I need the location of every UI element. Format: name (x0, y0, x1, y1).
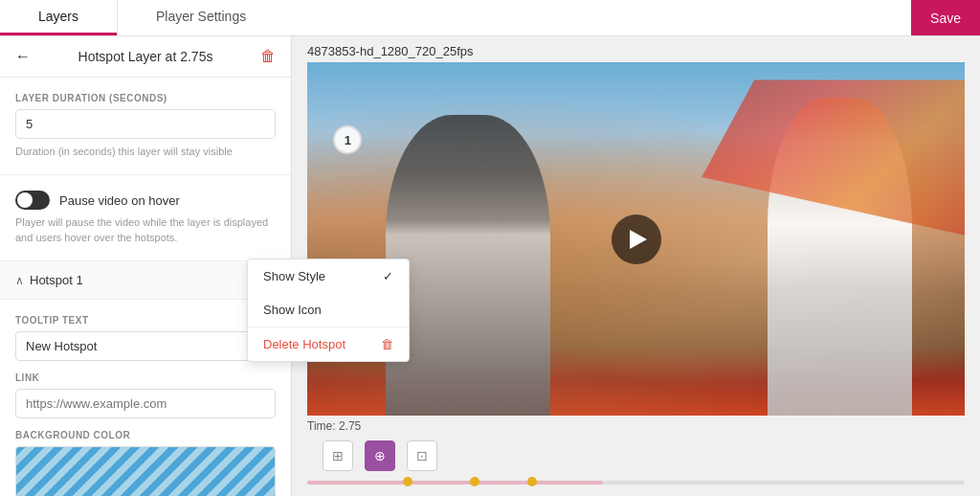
pause-label: Pause video on hover (59, 193, 180, 208)
chevron-up-icon: ∧ (15, 274, 24, 287)
layer-duration-input[interactable] (15, 109, 276, 139)
play-button[interactable] (612, 214, 661, 264)
tooltip-input[interactable] (15, 331, 276, 361)
show-icon-label: Show Icon (263, 303, 322, 317)
frame-icon: ⊡ (416, 448, 428, 463)
toggle-knob (17, 192, 33, 208)
delete-hotspot-icon: 🗑 (381, 337, 393, 351)
timeline: ⊞ ⊕ ⊡ (292, 437, 980, 496)
figure-left (386, 115, 550, 416)
video-title: 4873853-hd_1280_720_25fps (292, 36, 980, 62)
timeline-icons: ⊞ ⊕ ⊡ (307, 440, 965, 471)
timeline-dot-3 (527, 477, 537, 486)
time-bar: Time: 2.75 (292, 416, 980, 437)
hotspot-title-text: Hotspot 1 (30, 273, 83, 287)
timeline-icon-pin[interactable]: ⊕ (365, 440, 395, 471)
panel-title: Hotspot Layer at 2.75s (31, 49, 260, 64)
timeline-dots (307, 484, 965, 486)
hotspot-number: 1 (345, 133, 351, 147)
menu-item-show-icon[interactable]: Show Icon (248, 293, 409, 327)
pin-icon: ⊕ (374, 448, 386, 463)
hotspot-title-row: ∧ Hotspot 1 (15, 273, 83, 287)
timeline-dot-2 (470, 477, 479, 486)
progress-area (307, 475, 965, 488)
layer-duration-section: LAYER DURATION (SECONDS) Duration (in se… (0, 78, 291, 175)
pause-helper-text: Player will pause the video while the la… (15, 215, 276, 245)
pause-section: Pause video on hover Player will pause t… (0, 175, 291, 261)
link-label: LINK (15, 372, 276, 383)
bg-color-swatch[interactable] (15, 446, 276, 496)
show-style-label: Show Style (263, 269, 325, 283)
tab-layers[interactable]: Layers (0, 0, 117, 35)
main-area: ← Hotspot Layer at 2.75s 🗑 LAYER DURATIO… (0, 36, 980, 496)
duration-helper-text: Duration (in seconds) this layer will st… (15, 145, 276, 159)
check-icon: ✓ (383, 269, 393, 283)
tab-player-settings[interactable]: Player Settings (118, 0, 284, 35)
menu-item-show-style[interactable]: Show Style ✓ (248, 259, 409, 293)
image-icon: ⊞ (332, 448, 344, 463)
pause-toggle-row: Pause video on hover (15, 191, 276, 210)
time-label: Time: 2.75 (307, 419, 361, 433)
back-button[interactable]: ← (15, 48, 31, 65)
bg-color-label: BACKGROUND COLOR (15, 430, 276, 440)
save-button[interactable]: Save (911, 0, 980, 35)
delete-layer-button[interactable]: 🗑 (260, 48, 276, 65)
tab-layers-label: Layers (38, 9, 78, 24)
link-input[interactable] (15, 389, 276, 418)
timeline-dot-1 (403, 477, 412, 486)
pause-toggle[interactable] (15, 191, 50, 210)
tab-player-settings-label: Player Settings (156, 9, 246, 24)
timeline-icon-image[interactable]: ⊞ (323, 440, 353, 471)
play-triangle-icon (630, 230, 647, 249)
video-container: 1 (307, 62, 965, 416)
context-menu: Show Style ✓ Show Icon Delete Hotspot 🗑 (247, 259, 410, 362)
timeline-icon-frame[interactable]: ⊡ (407, 440, 437, 471)
panel-header: ← Hotspot Layer at 2.75s 🗑 (0, 36, 291, 78)
menu-item-delete-hotspot[interactable]: Delete Hotspot 🗑 (248, 327, 409, 361)
top-nav: Layers Player Settings Save (0, 0, 980, 36)
delete-hotspot-label: Delete Hotspot (263, 337, 345, 351)
tooltip-label: TOOLTIP TEXT (15, 315, 276, 326)
layer-duration-label: LAYER DURATION (SECONDS) (15, 93, 276, 103)
